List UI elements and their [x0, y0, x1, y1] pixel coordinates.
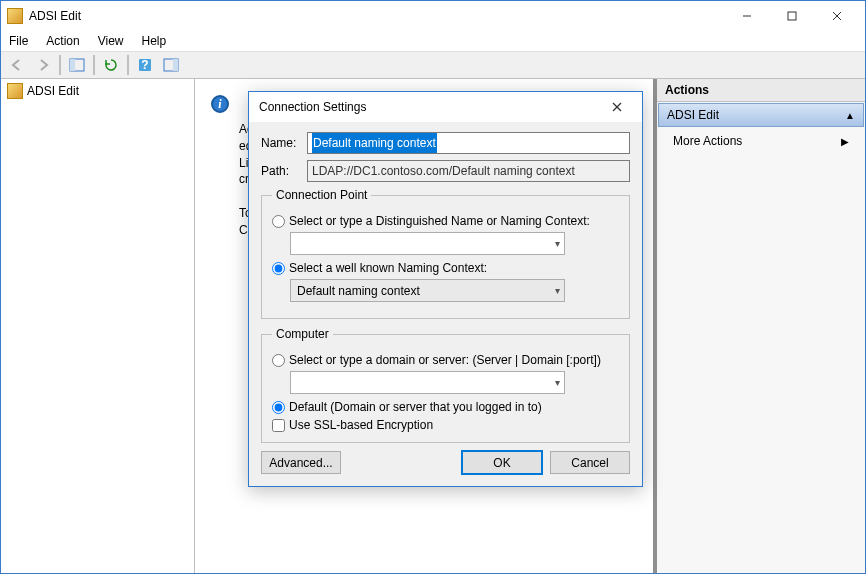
- svg-rect-1: [788, 12, 796, 20]
- tree-root-label: ADSI Edit: [27, 84, 79, 98]
- ssl-checkbox-label: Use SSL-based Encryption: [289, 418, 433, 432]
- menu-view[interactable]: View: [98, 34, 124, 48]
- app-icon: [7, 8, 23, 24]
- wellknown-combo[interactable]: Default naming context ▾: [290, 279, 565, 302]
- actions-group-header[interactable]: ADSI Edit ▲: [658, 103, 864, 127]
- wellknown-radio[interactable]: [272, 262, 285, 275]
- svg-rect-9: [173, 59, 178, 71]
- maximize-button[interactable]: [769, 2, 814, 31]
- connection-settings-dialog: Connection Settings Name: Default naming…: [248, 91, 643, 487]
- svg-text:?: ?: [141, 58, 148, 72]
- forward-button[interactable]: [31, 54, 55, 76]
- dn-combo[interactable]: ▾: [290, 232, 565, 255]
- connection-point-legend: Connection Point: [272, 188, 371, 202]
- more-actions-label: More Actions: [673, 134, 742, 148]
- separator: [127, 55, 129, 75]
- info-icon: i: [211, 95, 229, 113]
- name-input[interactable]: Default naming context: [307, 132, 630, 154]
- svg-rect-5: [70, 59, 75, 71]
- menu-action[interactable]: Action: [46, 34, 79, 48]
- ok-button[interactable]: OK: [462, 451, 542, 474]
- collapse-icon: ▲: [845, 110, 855, 121]
- cancel-button[interactable]: Cancel: [550, 451, 630, 474]
- computer-group: Computer Select or type a domain or serv…: [261, 327, 630, 443]
- refresh-button[interactable]: [99, 54, 123, 76]
- chevron-right-icon: ▶: [841, 136, 849, 147]
- chevron-down-icon: ▾: [555, 377, 560, 388]
- connection-point-group: Connection Point Select or type a Distin…: [261, 188, 630, 319]
- show-hide-action-pane-button[interactable]: [159, 54, 183, 76]
- chevron-down-icon: ▾: [555, 238, 560, 249]
- more-actions-link[interactable]: More Actions ▶: [657, 128, 865, 154]
- path-display: LDAP://DC1.contoso.com/Default naming co…: [307, 160, 630, 182]
- default-server-radio[interactable]: [272, 401, 285, 414]
- separator: [93, 55, 95, 75]
- chevron-down-icon: ▾: [555, 285, 560, 296]
- name-label: Name:: [261, 136, 301, 150]
- toolbar: ?: [1, 51, 865, 79]
- advanced-button[interactable]: Advanced...: [261, 451, 341, 474]
- actions-group-label: ADSI Edit: [667, 108, 719, 122]
- wellknown-radio-label: Select a well known Naming Context:: [289, 261, 487, 275]
- ssl-checkbox[interactable]: [272, 419, 285, 432]
- actions-header: Actions: [657, 79, 865, 102]
- back-button[interactable]: [5, 54, 29, 76]
- dialog-title: Connection Settings: [259, 100, 602, 114]
- separator: [59, 55, 61, 75]
- dn-radio-label: Select or type a Distinguished Name or N…: [289, 214, 590, 228]
- help-button[interactable]: ?: [133, 54, 157, 76]
- wellknown-combo-value: Default naming context: [297, 284, 420, 298]
- tree-root-item[interactable]: ADSI Edit: [3, 81, 192, 101]
- path-label: Path:: [261, 164, 301, 178]
- dn-radio[interactable]: [272, 215, 285, 228]
- server-radio-label: Select or type a domain or server: (Serv…: [289, 353, 601, 367]
- actions-pane: Actions ADSI Edit ▲ More Actions ▶: [653, 79, 865, 573]
- tree-pane: ADSI Edit: [1, 79, 195, 573]
- show-hide-tree-button[interactable]: [65, 54, 89, 76]
- window-title: ADSI Edit: [29, 9, 724, 23]
- menu-bar: File Action View Help: [1, 31, 865, 51]
- dialog-close-button[interactable]: [602, 92, 632, 122]
- minimize-button[interactable]: [724, 2, 769, 31]
- title-bar: ADSI Edit: [1, 1, 865, 31]
- dialog-titlebar: Connection Settings: [249, 92, 642, 122]
- computer-legend: Computer: [272, 327, 333, 341]
- adsi-edit-icon: [7, 83, 23, 99]
- server-combo[interactable]: ▾: [290, 371, 565, 394]
- close-button[interactable]: [814, 2, 859, 31]
- default-server-radio-label: Default (Domain or server that you logge…: [289, 400, 542, 414]
- server-radio[interactable]: [272, 354, 285, 367]
- menu-file[interactable]: File: [9, 34, 28, 48]
- menu-help[interactable]: Help: [142, 34, 167, 48]
- name-input-value: Default naming context: [312, 133, 437, 153]
